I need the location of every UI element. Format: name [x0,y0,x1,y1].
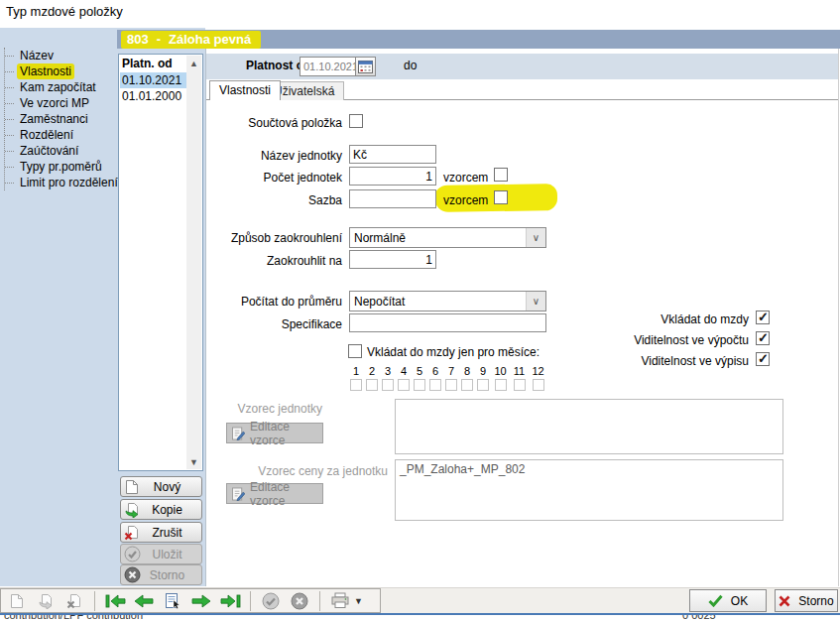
month-10-checkbox[interactable] [495,379,507,391]
scroll-up-icon[interactable]: ▲ [186,56,201,70]
window-title: Typ mzdové položky [6,4,123,19]
vzorec-ceny-textarea[interactable]: _PM_Zaloha+_MP_802 [395,459,783,521]
sazba-input[interactable] [349,189,436,208]
ok-button[interactable]: OK [689,589,767,612]
vzorec-ceny-label: Vzorec ceny za jednotku [205,464,388,478]
validity-listbox: Platn. od 01.10.2021 01.01.2000 ▲ ▼ [118,54,203,471]
toolbar-separator [319,591,320,611]
pocitat-do-prumeru-label: Počítat do průměru [205,295,342,309]
month-2-checkbox[interactable] [366,379,378,391]
storno-button[interactable]: Storno [775,589,838,612]
new-doc-icon [121,479,143,495]
ok-check-icon [708,594,723,607]
status-left-text: contribution/LPF contribution [4,615,143,621]
listbox-scrollbar[interactable]: ▲ ▼ [186,56,201,469]
chevron-down-icon[interactable]: ∨ [526,228,545,247]
month-6-checkbox[interactable] [429,379,441,391]
month-12-checkbox[interactable] [533,379,544,391]
calendar-icon [358,60,373,73]
month-9-checkbox[interactable] [477,379,489,391]
month-4-checkbox[interactable] [398,379,410,391]
storno-x-icon [779,595,790,607]
delete-record-button[interactable]: Zrušit [120,522,202,543]
toolbar-icon-panel: ▼ [0,588,381,613]
prev-record-icon[interactable] [132,590,156,612]
status-bar: contribution/LPF contribution 0 0025 [0,615,840,622]
copy-record-button[interactable]: Kopie [120,499,202,520]
nazev-jednotky-label: Název jednotky [205,149,342,163]
vkladat-do-mzdy-label: Vkládat do mzdy [595,312,749,326]
sazba-label: Sazba [205,193,342,207]
zaokrouhlit-na-input[interactable] [349,250,436,269]
month-8-checkbox[interactable] [461,379,473,391]
status-right-text: 0 0025 [682,615,716,621]
mesice-label: Vkládat do mzdy jen pro měsíce: [367,345,540,359]
souctova-polozka-checkbox[interactable] [349,114,363,128]
first-record-icon[interactable] [103,590,127,612]
toolbar-delete-record-icon[interactable] [62,590,86,612]
month-1-checkbox[interactable] [350,379,362,391]
pocitat-do-prumeru-select[interactable]: Nepočítat ∨ [349,291,546,311]
vzorec-jednotky-label: Vzorec jednotky [205,402,322,416]
pocet-jednotek-label: Počet jednotek [205,171,342,185]
editace-vzorce-jednotky-button[interactable]: Editace vzorce [226,423,323,443]
tabstrip: Vlastnosti Uživatelská [206,80,838,100]
cancel-x-icon [121,566,143,583]
nazev-jednotky-input[interactable] [349,145,436,164]
pocet-jednotek-input[interactable] [349,167,436,186]
next-record-icon[interactable] [189,590,213,612]
zpusob-zaokrouhleni-label: Způsob zaokrouhlení [205,231,342,245]
scroll-down-icon[interactable]: ▼ [186,454,201,469]
wage-item-type-window: Typ mzdové položky 803 - Záloha pevná Ná… [0,0,840,622]
specifikace-label: Specifikace [205,317,342,331]
viditelnost-vypisu-label: Viditelnost ve výpisu [595,354,749,368]
listbox-items: 01.10.2021 01.01.2000 [120,72,186,104]
toolbar-separator [94,591,95,611]
listbox-header: Platn. od [122,57,173,70]
toolbar-new-record-icon[interactable] [5,590,29,612]
tab-vlastnosti[interactable]: Vlastnosti [209,80,281,100]
browse-records-icon[interactable] [161,590,184,612]
specifikace-input[interactable] [349,313,546,332]
viditelnost-vypoctu-checkbox[interactable] [756,331,770,345]
edit-formula-icon [232,427,245,440]
chevron-down-icon[interactable]: ∨ [526,292,545,311]
copy-icon [121,502,143,518]
save-check-icon [121,546,143,562]
month-5-checkbox[interactable] [414,379,425,391]
zaokrouhlit-na-label: Zaokrouhlit na [205,254,342,268]
month-7-checkbox[interactable] [445,379,457,391]
record-name: Záloha pevná [169,32,251,47]
vkladat-do-mzdy-checkbox[interactable] [756,311,770,324]
toolbar-cancel-icon[interactable] [288,590,311,612]
print-icon[interactable] [328,590,352,612]
last-record-icon[interactable] [218,590,242,612]
pocet-vzorcem-label: vzorcem [443,171,488,185]
record-header-highlight: 803 - Záloha pevná [121,31,261,49]
new-record-button[interactable]: Nový [120,476,202,497]
vzorec-jednotky-textarea[interactable] [395,399,783,454]
months-row: 1 2 3 4 5 6 7 8 9 10 11 12 [348,365,547,391]
edit-formula-icon [232,487,245,501]
calendar-button[interactable] [355,57,376,76]
print-dropdown-caret-icon[interactable]: ▼ [354,596,363,606]
editace-vzorce-ceny-button[interactable]: Editace vzorce [226,483,323,504]
mesice-checkbox[interactable] [348,344,362,358]
month-11-checkbox[interactable] [514,379,526,391]
souctova-polozka-label: Součtová položka [205,116,342,130]
viditelnost-vypisu-checkbox[interactable] [756,352,770,366]
save-record-button[interactable]: Uložit [120,544,202,564]
cancel-record-button[interactable]: Storno [120,564,202,585]
list-item-date[interactable]: 01.01.2000 [120,88,186,104]
validity-from-input[interactable]: 01.10.2021 [300,57,356,76]
viditelnost-vypoctu-label: Viditelnost ve výpočtu [595,333,749,347]
toolbar-save-icon[interactable] [259,590,283,612]
list-item-date[interactable]: 01.10.2021 [120,72,186,88]
sazba-vzorcem-checkbox[interactable] [494,190,508,204]
month-3-checkbox[interactable] [382,379,394,391]
pocet-vzorcem-checkbox[interactable] [494,168,508,182]
record-separator: - [157,32,161,47]
toolbar-separator [250,591,251,611]
zpusob-zaokrouhleni-select[interactable]: Normálně ∨ [349,227,546,248]
toolbar-copy-record-icon[interactable] [34,590,58,612]
